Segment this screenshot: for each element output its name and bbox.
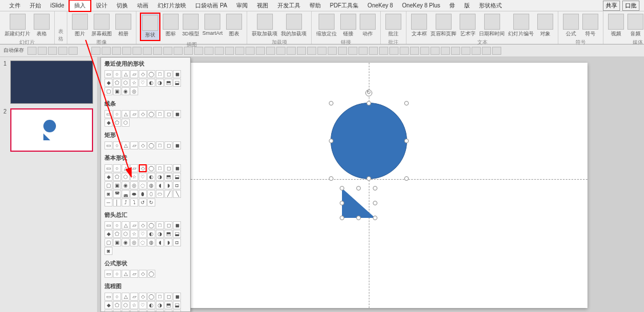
shape-option[interactable]: ⬡: [122, 230, 130, 238]
shape-option[interactable]: ◯: [147, 293, 155, 301]
shape-option[interactable]: △: [122, 70, 130, 78]
shape-option[interactable]: ◻: [164, 141, 172, 149]
resize-handle-w[interactable]: [340, 201, 344, 205]
shape-option[interactable]: ○: [113, 221, 121, 229]
shape-option[interactable]: ◇: [139, 110, 147, 118]
shape-option[interactable]: ◎: [130, 181, 138, 189]
tab-developer[interactable]: 开发工具: [273, 1, 305, 11]
shape-option[interactable]: ◼: [173, 221, 181, 229]
tab-animations[interactable]: 动画: [132, 1, 153, 11]
shape-option[interactable]: ◐: [147, 79, 155, 87]
shape-option[interactable]: ⬒: [164, 79, 172, 87]
shape-option[interactable]: ▭: [104, 110, 112, 118]
shape-option[interactable]: △: [122, 141, 130, 149]
shape-option[interactable]: ▱: [130, 270, 138, 278]
tab-help[interactable]: 帮助: [305, 1, 325, 11]
shape-option[interactable]: ▭: [104, 164, 112, 172]
toolbar-icon[interactable]: [359, 47, 368, 55]
shape-option[interactable]: ▢: [104, 310, 112, 312]
3d-button[interactable]: 3D模型: [181, 13, 200, 39]
shape-option[interactable]: ◍: [147, 238, 155, 246]
toolbar-icon[interactable]: [338, 47, 347, 55]
new-slide-button[interactable]: 新建幻灯片: [3, 13, 31, 39]
toolbar-icon[interactable]: [91, 47, 100, 55]
shape-option[interactable]: ◼: [173, 141, 181, 149]
tab-review[interactable]: 审阅: [232, 1, 252, 11]
slide-thumb-1-wrap[interactable]: 1: [3, 60, 94, 104]
shape-option[interactable]: □: [156, 293, 164, 301]
shape-option[interactable]: ◖: [156, 238, 164, 246]
number-button[interactable]: 幻灯片编号: [507, 13, 535, 39]
toolbar-icon[interactable]: [307, 47, 316, 55]
tab-onekey8plus[interactable]: OneKey 8 Plus: [397, 1, 445, 10]
shape-option[interactable]: ◇: [139, 270, 147, 278]
shape-option[interactable]: ◼: [173, 110, 181, 118]
tab-shape-format[interactable]: 形状格式: [474, 1, 506, 11]
shape-option[interactable]: ◉: [122, 310, 130, 312]
toolbar-icon[interactable]: [122, 47, 131, 55]
shape-option[interactable]: ☆: [130, 173, 138, 181]
shape-option[interactable]: ◻: [164, 293, 172, 301]
chart-button[interactable]: 图表: [225, 13, 243, 39]
autosave-toggle[interactable]: [27, 47, 37, 55]
toolbar-icon[interactable]: [102, 47, 111, 55]
link-button[interactable]: 链接: [339, 13, 357, 39]
shape-option[interactable]: ◇: [139, 221, 147, 229]
shape-option[interactable]: ▭: [104, 293, 112, 301]
comment-button[interactable]: 批注: [384, 13, 402, 39]
tab-ban[interactable]: 版: [460, 1, 474, 11]
resize-handle-nw[interactable]: [329, 101, 333, 106]
date-button[interactable]: 日期和时间: [478, 13, 506, 39]
toolbar-icon[interactable]: [379, 47, 388, 55]
shape-option[interactable]: ◙: [104, 190, 112, 198]
toolbar-icon[interactable]: [143, 47, 152, 55]
my-addins-button[interactable]: 我的加载项: [280, 13, 308, 39]
tab-home[interactable]: 开始: [25, 1, 46, 11]
share-button[interactable]: 共享: [603, 1, 620, 11]
shape-option[interactable]: ◙: [104, 247, 112, 255]
shape-option[interactable]: ▢: [104, 181, 112, 189]
video-button[interactable]: 视频: [607, 13, 625, 39]
shape-option[interactable]: ▭: [104, 70, 112, 78]
tab-slideshow[interactable]: 幻灯片放映: [153, 1, 191, 11]
shape-option[interactable]: ◯: [147, 270, 155, 278]
shape-option[interactable]: ◖: [156, 181, 164, 189]
shape-option[interactable]: ↺: [139, 198, 147, 206]
shape-option[interactable]: ⬠: [113, 173, 121, 181]
toolbar-icon[interactable]: [287, 47, 296, 55]
shape-option[interactable]: ▱: [130, 293, 138, 301]
shape-option[interactable]: ◐: [147, 173, 155, 181]
shape-option[interactable]: ◍: [147, 310, 155, 312]
resize-handle-nw[interactable]: [340, 186, 344, 191]
shape-option[interactable]: ◌: [139, 238, 147, 246]
tab-transitions[interactable]: 切换: [112, 1, 132, 11]
shape-option[interactable]: ○: [113, 141, 121, 149]
shape-option[interactable]: ⤵: [130, 198, 138, 206]
slide-thumb-2[interactable]: [10, 108, 93, 152]
resize-handle-s[interactable]: [367, 176, 371, 181]
shape-option[interactable]: ◉: [122, 181, 130, 189]
shape-option[interactable]: ◑: [156, 301, 164, 309]
resize-handle-w[interactable]: [329, 139, 333, 143]
shapes-dropdown[interactable]: 最近使用的形状▭○△▱◇◯□◻◼◆⬠⬡☆♡◐◑⬒⬓▢▣◉◎线条▭○△▱◇◯□◻◼…: [100, 57, 191, 312]
toolbar-icon[interactable]: [389, 47, 399, 55]
toolbar-icon[interactable]: [256, 47, 265, 55]
shape-option[interactable]: ◑: [156, 79, 164, 87]
shape-option[interactable]: ◍: [147, 181, 155, 189]
shape-option[interactable]: ◘: [173, 310, 181, 312]
resize-handle-se[interactable]: [404, 176, 409, 181]
toolbar-icon[interactable]: [194, 47, 203, 55]
slide-thumb-2-wrap[interactable]: 2: [3, 108, 94, 152]
shape-option[interactable]: ◻: [164, 164, 172, 172]
shape-option[interactable]: ◘: [173, 238, 181, 246]
shape-option[interactable]: ○: [113, 270, 121, 278]
shape-option[interactable]: ◯: [147, 164, 155, 172]
shape-option[interactable]: ◆: [104, 79, 112, 87]
shape-option[interactable]: ⬮: [139, 190, 147, 198]
picture-button[interactable]: 图片: [71, 13, 89, 39]
toolbar-icon[interactable]: [184, 47, 193, 55]
shape-option[interactable]: ⬡: [122, 119, 130, 127]
shape-option[interactable]: ◐: [147, 301, 155, 309]
toolbar-icon[interactable]: [174, 47, 183, 55]
shape-option[interactable]: ☆: [130, 79, 138, 87]
